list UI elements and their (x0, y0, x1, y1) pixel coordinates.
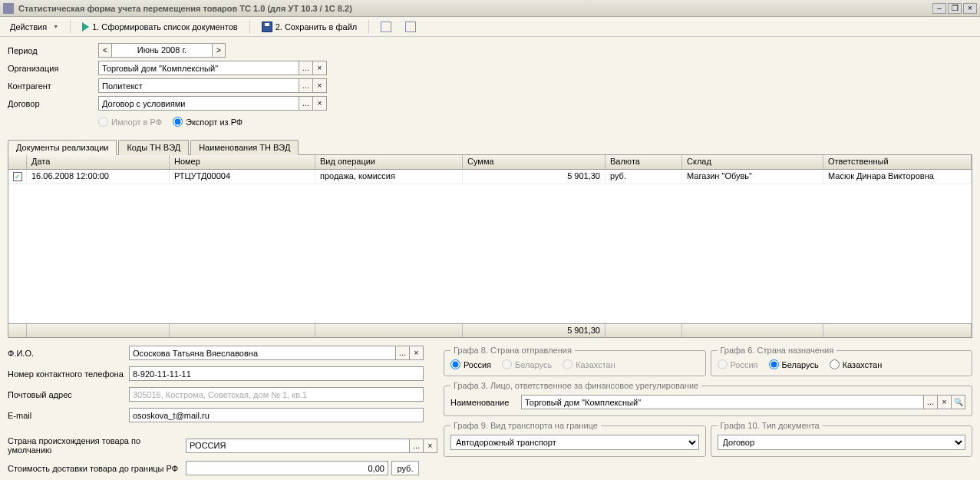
country-clear-button[interactable]: × (424, 439, 437, 453)
tab-documents[interactable]: Документы реализации (8, 140, 117, 155)
phone-label: Номер контактного телефона (8, 369, 129, 379)
fio-clear-button[interactable]: × (410, 346, 424, 360)
g3-name-input[interactable] (521, 395, 924, 409)
row-checkbox[interactable]: ✓ (13, 172, 22, 181)
contract-select-button[interactable]: … (299, 96, 313, 111)
g8-kazakhstan: Казахстан (563, 359, 615, 369)
contract-label: Договор (8, 99, 98, 108)
country-label: Страна происхождения товара по умолчанию (8, 436, 186, 455)
email-label: E-mail (8, 411, 129, 420)
fio-label: Ф.И.О. (8, 349, 129, 358)
tab-codes[interactable]: Коды ТН ВЭД (118, 140, 189, 155)
fio-select-button[interactable]: … (396, 346, 410, 360)
org-input[interactable] (98, 61, 299, 75)
toolbar-extra-2[interactable] (400, 19, 421, 35)
delivery-input[interactable] (186, 461, 388, 475)
save-file-button[interactable]: 2. Сохранить в файл (256, 19, 363, 35)
org-clear-button[interactable]: × (313, 61, 327, 75)
g9-select[interactable]: Автодорожный транспорт (450, 435, 699, 450)
import-radio: Импорт в РФ (98, 117, 162, 127)
contract-input[interactable] (98, 96, 299, 111)
g6-belarus[interactable]: Беларусь (769, 359, 819, 369)
org-select-button[interactable]: … (299, 61, 313, 75)
g3-select-button[interactable]: … (924, 395, 938, 409)
generate-docs-button[interactable]: 1. Сформировать список документов (77, 20, 243, 34)
actions-menu[interactable]: Действия (5, 20, 64, 34)
arrow-icon (405, 22, 416, 32)
contragent-select-button[interactable]: … (299, 78, 313, 93)
table-row[interactable]: ✓ 16.06.2008 12:00:00 РТЦУТД00004 продаж… (8, 170, 972, 184)
g8-russia[interactable]: Россия (450, 359, 491, 369)
period-prev-button[interactable]: < (98, 43, 112, 58)
g3-fieldset: Графа 3. Лицо, ответственное за финансов… (444, 381, 972, 416)
g3-name-label: Наименование (450, 398, 521, 407)
save-icon (262, 22, 272, 32)
phone-input[interactable] (129, 366, 424, 381)
g10-fieldset: Графа 10. Тип документа Договор (711, 421, 973, 457)
org-label: Организация (8, 64, 98, 73)
g3-clear-button[interactable]: × (938, 395, 952, 409)
toolbar-extra-1[interactable] (375, 19, 397, 35)
close-button[interactable]: × (963, 3, 977, 14)
tab-names[interactable]: Наименования ТН ВЭД (190, 140, 299, 155)
grid-header: Дата Номер Вид операции Сумма Валюта Скл… (8, 155, 972, 170)
delivery-label: Стоимость доставки товара до границы РФ (8, 464, 186, 473)
contragent-label: Контрагент (8, 81, 98, 91)
contract-clear-button[interactable]: × (313, 96, 327, 111)
period-next-button[interactable]: > (212, 43, 226, 58)
g6-fieldset: Графа 6. Страна назначения Россия Белару… (711, 346, 973, 376)
app-icon (3, 3, 14, 14)
maximize-button[interactable]: ❐ (948, 3, 962, 14)
g8-fieldset: Графа 8. Страна отправления Россия Белар… (444, 346, 706, 376)
arrow-icon (381, 22, 391, 32)
g3-search-button[interactable]: 🔍 (952, 395, 965, 409)
delivery-currency (391, 461, 419, 475)
g10-select[interactable]: Договор (718, 435, 966, 450)
contragent-clear-button[interactable]: × (313, 78, 327, 93)
contragent-input[interactable] (98, 78, 299, 93)
g6-russia: Россия (718, 359, 758, 369)
addr-label: Почтовый адрес (8, 390, 129, 399)
country-input[interactable] (186, 439, 410, 453)
g6-kazakhstan[interactable]: Казахстан (830, 359, 883, 369)
g8-belarus: Беларусь (502, 359, 552, 369)
window-title: Статистическая форма учета перемещения т… (18, 4, 932, 13)
export-radio[interactable]: Экспорт из РФ (173, 117, 243, 127)
fio-input[interactable] (129, 346, 396, 360)
minimize-button[interactable]: – (932, 3, 946, 14)
addr-input[interactable] (129, 387, 424, 402)
g9-fieldset: Графа 9. Вид транспорта на границе Автод… (444, 421, 706, 457)
period-value[interactable]: Июнь 2008 г. (112, 43, 212, 58)
period-label: Период (8, 46, 98, 55)
grid-footer: 5 901,30 (8, 323, 972, 337)
country-select-button[interactable]: … (410, 439, 424, 453)
email-input[interactable] (129, 408, 424, 422)
play-icon (82, 22, 89, 31)
